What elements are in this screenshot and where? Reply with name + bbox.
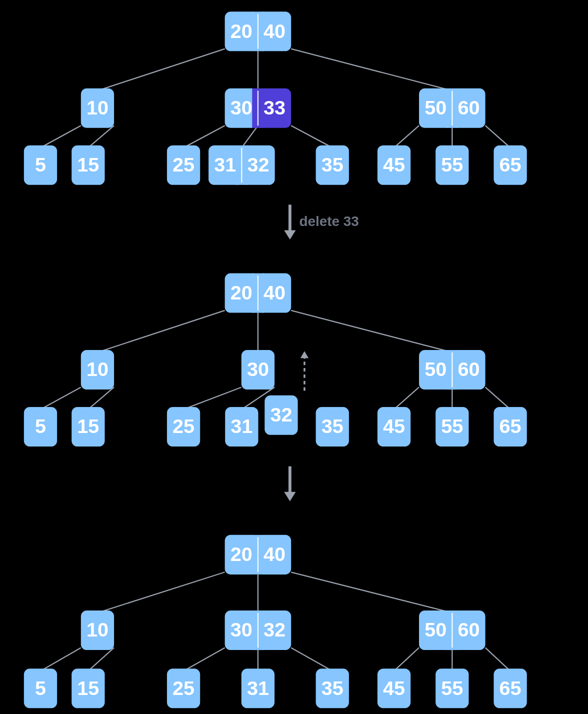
tree-edge (291, 310, 452, 352)
btree-node: 35 (316, 407, 349, 446)
btree-node: 15 (72, 407, 104, 446)
key-label: 55 (441, 154, 463, 176)
btree-node: 25 (167, 407, 200, 446)
key-label: 50 (424, 358, 446, 380)
key-label: 65 (500, 154, 522, 176)
btree-node: 10 (81, 610, 114, 650)
tree-edge (40, 387, 81, 409)
btree-node: 55 (436, 146, 468, 185)
key-label: 30 (230, 618, 252, 640)
btree-node: 25 (167, 668, 200, 708)
key-label: 25 (172, 154, 194, 176)
btree-node: 30 (242, 350, 274, 390)
tree-edge (486, 126, 510, 148)
btree-node: 45 (378, 407, 410, 446)
btree-node: 5 (24, 146, 57, 185)
key-label: 5 (35, 154, 46, 176)
btree-node: 55 (436, 407, 468, 446)
btree-node: 5060 (419, 88, 486, 128)
key-label: 33 (264, 96, 286, 118)
btree-node: 2040 (225, 274, 292, 313)
key-label: 5 (35, 677, 46, 699)
btree-node: 65 (494, 407, 526, 446)
btree-node: 5 (24, 407, 57, 446)
key-label: 60 (458, 618, 480, 640)
key-label: 50 (424, 96, 446, 118)
btree-node: 10 (81, 350, 114, 390)
tree-edge (184, 126, 225, 148)
btree-node: 31 (225, 407, 258, 446)
key-label: 10 (86, 358, 108, 380)
tree-edge (394, 387, 419, 409)
btree-node: 3033 (225, 88, 292, 128)
key-label: 31 (230, 415, 252, 437)
key-label: 31 (247, 677, 269, 699)
key-label: 50 (424, 618, 446, 640)
key-label: 25 (172, 415, 194, 437)
tree-edge (88, 387, 114, 409)
key-label: 60 (458, 96, 480, 118)
btree-node: 2040 (225, 535, 292, 574)
key-label: 35 (322, 154, 344, 176)
btree-node: 31 (242, 668, 274, 708)
key-label: 32 (270, 404, 292, 426)
key-label: 32 (247, 154, 269, 176)
tree-edge (291, 572, 452, 612)
nodes: 2040103033506051525313235455565 (24, 12, 527, 185)
tree-edge (88, 648, 114, 671)
key-label: 60 (458, 358, 480, 380)
tree-edge (40, 648, 81, 671)
key-label: 15 (77, 154, 99, 176)
nodes: 20401030325060515253135455565 (24, 535, 527, 708)
btree-node: 5 (24, 668, 57, 708)
key-label: 30 (247, 358, 269, 380)
tree-1: 20401030506051525313235455565 (24, 274, 527, 447)
btree-node: 55 (436, 668, 468, 708)
key-label: 15 (77, 415, 99, 437)
key-label: 65 (500, 415, 522, 437)
key-label: 5 (35, 415, 46, 437)
tree-edge (242, 126, 258, 148)
tree-edge (184, 387, 242, 409)
tree-edge (486, 387, 510, 409)
key-label: 55 (441, 677, 463, 699)
key-label: 10 (86, 618, 108, 640)
step-label: delete 33 (299, 214, 358, 229)
btree-node: 3032 (225, 610, 292, 650)
tree-edge (394, 648, 419, 671)
key-label: 55 (441, 415, 463, 437)
key-label: 20 (230, 20, 252, 42)
tree-edge (394, 126, 419, 148)
tree-edge (98, 49, 225, 91)
btree-node: 35 (316, 668, 349, 708)
btree-node: 25 (167, 146, 200, 185)
key-label: 35 (322, 677, 344, 699)
tree-0: 2040103033506051525313235455565 (24, 12, 527, 185)
btree-node: 5060 (419, 350, 486, 390)
key-label: 10 (86, 96, 108, 118)
key-label: 20 (230, 543, 252, 565)
btree-node: 65 (494, 146, 526, 185)
key-label: 31 (214, 154, 236, 176)
key-label: 40 (264, 543, 286, 565)
btree-node: 35 (316, 146, 349, 185)
key-label: 45 (383, 677, 405, 699)
nodes: 20401030506051525313235455565 (24, 274, 527, 447)
btree-node: 15 (72, 668, 104, 708)
btree-node: 45 (378, 146, 410, 185)
tree-edge (88, 126, 114, 148)
step-arrowhead (284, 492, 296, 502)
key-label: 40 (264, 282, 286, 304)
tree-edge (98, 310, 225, 352)
key-label: 30 (230, 96, 252, 118)
key-label: 20 (230, 282, 252, 304)
key-label: 45 (383, 415, 405, 437)
btree-delete-diagram: 2040103033506051525313235455565204010305… (0, 0, 588, 714)
key-label: 25 (172, 677, 194, 699)
key-label: 35 (322, 415, 344, 437)
tree-edge (291, 648, 332, 671)
step-arrowhead (284, 230, 296, 240)
tree-2: 20401030325060515253135455565 (24, 535, 527, 708)
tree-edge (184, 648, 225, 671)
btree-node: 32 (264, 396, 298, 435)
